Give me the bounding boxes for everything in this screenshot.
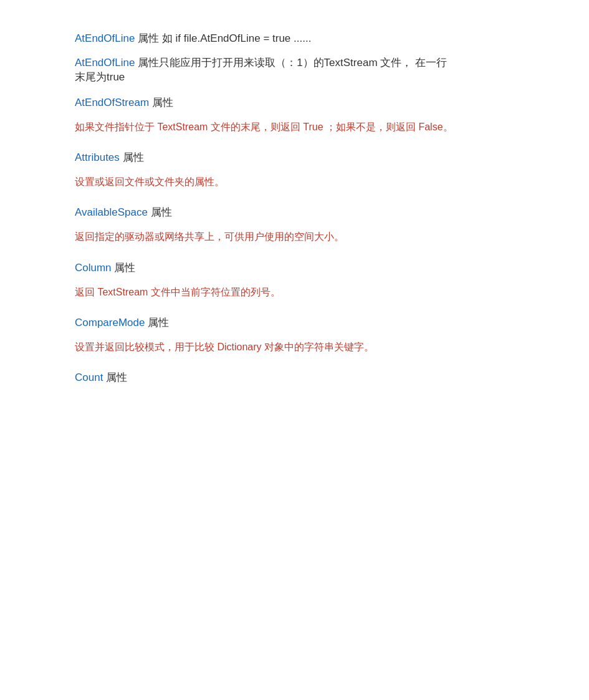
property-title-atendofline-desc: AtEndOfLine 属性只能应用于打开用来读取（：1）的TextStream… [75,55,539,84]
keyword-attributes: Attributes [75,151,120,163]
section-comparemode: CompareMode 属性 设置并返回比较模式，用于比较 Dictionary… [75,315,539,355]
property-title-column: Column 属性 [75,261,539,275]
property-title-attributes: Attributes 属性 [75,150,539,165]
section-at-end-of-line-example: AtEndOfLine 属性 如 if file.AtEndOfLine = t… [75,31,539,46]
attr-label-desc: 属性只能应用于打开用来读取（：1）的TextStream 文件， 在一行 [138,57,447,69]
desc-text-availablespace: 返回指定的驱动器或网络共享上，可供用户使用的空间大小。 [75,231,344,242]
keyword-comparemode: CompareMode [75,317,145,328]
keyword-atendofstream: AtEndOfStream [75,97,149,108]
attr-label-desc-cont: 末尾为true [75,71,125,83]
keyword-atendofline-1: AtEndOfLine [75,32,135,44]
desc-text-column: 返回 TextStream 文件中当前字符位置的列号。 [75,287,280,297]
property-title-count: Count 属性 [75,370,539,385]
property-title-availablespace: AvailableSpace 属性 [75,205,539,219]
section-column: Column 属性 返回 TextStream 文件中当前字符位置的列号。 [75,261,539,300]
desc-attributes: 设置或返回文件或文件夹的属性。 [75,173,539,190]
section-at-end-of-line-desc: AtEndOfLine 属性只能应用于打开用来读取（：1）的TextStream… [75,55,539,84]
attr-label-column: 属性 [114,262,135,274]
keyword-availablespace: AvailableSpace [75,206,148,218]
section-available-space: AvailableSpace 属性 返回指定的驱动器或网络共享上，可供用户使用的… [75,205,539,245]
desc-comparemode: 设置并返回比较模式，用于比较 Dictionary 对象中的字符串关键字。 [75,338,539,355]
desc-atendofstream: 如果文件指针位于 TextStream 文件的末尾，则返回 True ；如果不是… [75,118,539,135]
attr-label-1: 属性 如 if file.AtEndOfLine = true ...... [138,32,311,44]
desc-text-comparemode: 设置并返回比较模式，用于比较 Dictionary 对象中的字符串关键字。 [75,342,374,352]
attr-label-availablespace: 属性 [151,206,172,218]
property-title-comparemode: CompareMode 属性 [75,315,539,330]
section-at-end-of-stream: AtEndOfStream 属性 如果文件指针位于 TextStream 文件的… [75,95,539,135]
section-count: Count 属性 [75,370,539,385]
desc-text-attributes: 设置或返回文件或文件夹的属性。 [75,176,224,187]
desc-text-atendofstream: 如果文件指针位于 TextStream 文件的末尾，则返回 True ；如果不是… [75,122,453,132]
keyword-atendofline-2: AtEndOfLine [75,57,135,69]
desc-availablespace: 返回指定的驱动器或网络共享上，可供用户使用的空间大小。 [75,228,539,245]
attr-label-attributes: 属性 [123,151,144,163]
keyword-count: Count [75,372,103,383]
attr-label-comparemode: 属性 [148,317,169,328]
keyword-column: Column [75,262,112,274]
attr-label-count: 属性 [106,372,127,383]
property-title-atendofline-example: AtEndOfLine 属性 如 if file.AtEndOfLine = t… [75,31,539,46]
attr-label-atendofstream: 属性 [152,97,173,108]
property-title-atendofstream: AtEndOfStream 属性 [75,95,539,110]
desc-column: 返回 TextStream 文件中当前字符位置的列号。 [75,284,539,300]
section-attributes: Attributes 属性 设置或返回文件或文件夹的属性。 [75,150,539,190]
